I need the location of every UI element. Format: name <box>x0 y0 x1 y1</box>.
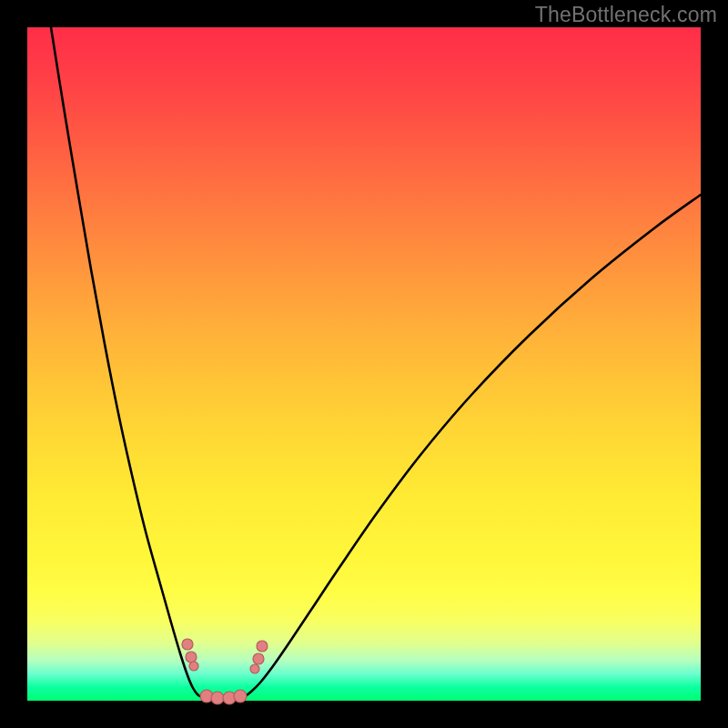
highlight-marker <box>189 662 198 671</box>
highlight-marker <box>250 664 259 673</box>
highlight-marker <box>211 692 224 704</box>
watermark-text: TheBottleneck.com <box>535 3 717 27</box>
highlight-marker <box>186 652 197 662</box>
highlight-marker <box>257 641 268 652</box>
curve-svg <box>27 27 701 701</box>
highlight-marker <box>253 653 264 664</box>
chart-frame: TheBottleneck.com <box>0 0 728 728</box>
highlight-marker <box>234 690 247 703</box>
marker-group <box>182 639 268 704</box>
plot-area <box>27 27 701 701</box>
bottleneck-curve <box>51 27 701 698</box>
highlight-marker <box>182 639 193 650</box>
